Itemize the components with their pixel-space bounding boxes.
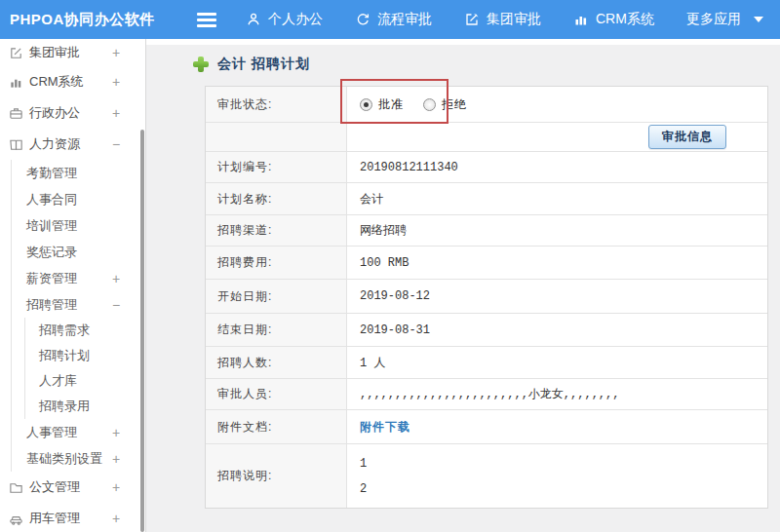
field-label: 计划编号: bbox=[206, 152, 347, 182]
sidebar-item-rewards-records[interactable]: 奖惩记录 bbox=[12, 239, 145, 265]
field-label: 附件文档: bbox=[206, 410, 347, 443]
sidebar-item-base-category[interactable]: 基础类别设置 + bbox=[12, 445, 145, 472]
description-line: 2 bbox=[360, 482, 367, 496]
field-value: 2019-08-12 bbox=[347, 280, 767, 313]
field-value: 20190812111340 bbox=[347, 152, 767, 182]
table-row-end-date: 结束日期: 2019-08-31 bbox=[206, 314, 767, 347]
car-icon bbox=[9, 512, 23, 526]
add-plus-icon[interactable] bbox=[193, 57, 209, 72]
sidebar-item-recruit-plan[interactable]: 招聘计划 bbox=[25, 343, 145, 368]
app-logo: PHPOA协同办公软件 bbox=[10, 11, 183, 29]
table-row-start-date: 开始日期: 2019-08-12 bbox=[206, 280, 767, 314]
sidebar-item-personnel-mgmt[interactable]: 人事管理 + bbox=[12, 419, 145, 445]
caret-down-icon bbox=[754, 17, 763, 22]
field-value: 网络招聘 bbox=[347, 215, 767, 246]
topbar: PHPOA协同办公软件 个人办公 流程审批 集团审批 CRM系统 更多应用 bbox=[0, 0, 780, 39]
sidebar-item-attendance[interactable]: 考勤管理 bbox=[12, 160, 145, 186]
table-row-recruit-channel: 招聘渠道: 网络招聘 bbox=[206, 215, 767, 247]
sidebar-item-recruit-hire[interactable]: 招聘录用 bbox=[25, 394, 145, 419]
field-value: 会计 bbox=[347, 183, 767, 214]
field-label: 招聘人数: bbox=[206, 347, 347, 378]
bar-chart-icon bbox=[573, 12, 589, 27]
recruitment-submenu: 招聘需求 招聘计划 人才库 招聘录用 bbox=[24, 318, 145, 419]
sidebar-item-group-approval[interactable]: 集团审批 + bbox=[0, 39, 145, 66]
field-value: 100 RMB bbox=[347, 247, 767, 279]
sidebar-item-talent-pool[interactable]: 人才库 bbox=[25, 368, 145, 394]
sidebar-item-admin-office[interactable]: 行政办公 + bbox=[0, 97, 145, 129]
field-label: 招聘费用: bbox=[206, 247, 347, 279]
table-row-approvers: 审批人员: ,,,,,,,,,,,,,,,,,,,,,,,,小龙女,,,,,,,… bbox=[206, 379, 767, 410]
sidebar: 集团审批 + CRM系统 + 行政办公 + 人力资源 − 考勤管理 人事合同 bbox=[0, 39, 146, 532]
field-label: 审批状态: bbox=[206, 87, 347, 122]
briefcase-icon bbox=[9, 106, 23, 121]
table-row-plan-name: 计划名称: 会计 bbox=[206, 183, 767, 215]
table-row-approve-action: 审批信息 bbox=[206, 123, 767, 152]
table-row-description: 招聘说明: 1 2 bbox=[206, 444, 767, 508]
book-icon bbox=[9, 137, 23, 152]
bar-chart-icon bbox=[9, 75, 23, 90]
folder-icon bbox=[9, 480, 23, 495]
field-label-empty bbox=[206, 123, 347, 151]
menu-toggle-icon[interactable] bbox=[197, 13, 216, 27]
field-value: ,,,,,,,,,,,,,,,,,,,,,,,,小龙女,,,,,,,, bbox=[347, 379, 767, 409]
nav-personal-office[interactable]: 个人办公 bbox=[246, 11, 323, 28]
edit-icon bbox=[9, 46, 23, 60]
field-label: 开始日期: bbox=[206, 280, 347, 313]
expand-toggle[interactable]: + bbox=[110, 271, 122, 286]
field-label: 审批人员: bbox=[206, 379, 347, 409]
sidebar-item-salary[interactable]: 薪资管理 + bbox=[12, 265, 145, 291]
top-navigation: 个人办公 流程审批 集团审批 CRM系统 更多应用 bbox=[246, 11, 763, 28]
edit-icon bbox=[464, 12, 480, 27]
field-label: 结束日期: bbox=[206, 314, 347, 346]
hr-submenu: 考勤管理 人事合同 培训管理 奖惩记录 薪资管理 + 招聘管理 − 招聘需求 bbox=[11, 160, 145, 472]
table-row-plan-number: 计划编号: 20190812111340 bbox=[206, 152, 767, 183]
page-title: 会计 招聘计划 bbox=[217, 56, 310, 73]
sidebar-item-document-mgmt[interactable]: 公文管理 + bbox=[0, 472, 145, 503]
approval-status-options: 批准 拒绝 bbox=[347, 87, 767, 122]
sidebar-item-recruit-demand[interactable]: 招聘需求 bbox=[25, 318, 145, 343]
nav-workflow-approval[interactable]: 流程审批 bbox=[355, 11, 432, 28]
expand-toggle[interactable]: + bbox=[110, 451, 122, 467]
sidebar-item-recruitment[interactable]: 招聘管理 − bbox=[12, 291, 145, 318]
main-content: 会计 招聘计划 审批状态: 批准 拒绝 审批信息 bbox=[146, 39, 780, 532]
expand-toggle[interactable]: + bbox=[110, 479, 122, 495]
radio-reject[interactable] bbox=[423, 98, 436, 111]
sidebar-item-training[interactable]: 培训管理 bbox=[12, 212, 145, 239]
sidebar-scrollbar[interactable] bbox=[140, 130, 144, 532]
description-line: 1 bbox=[360, 457, 367, 471]
expand-toggle[interactable]: + bbox=[110, 74, 122, 90]
expand-toggle[interactable]: + bbox=[110, 45, 122, 60]
sidebar-item-hr-contract[interactable]: 人事合同 bbox=[12, 186, 145, 212]
expand-toggle[interactable]: + bbox=[110, 425, 122, 440]
expand-toggle[interactable]: + bbox=[110, 105, 122, 121]
table-row-attachment: 附件文档: 附件下载 bbox=[206, 410, 767, 444]
table-row-approval-status: 审批状态: 批准 拒绝 bbox=[206, 87, 767, 123]
sidebar-item-crm-system[interactable]: CRM系统 + bbox=[0, 66, 145, 97]
field-label: 计划名称: bbox=[206, 183, 347, 214]
expand-toggle[interactable]: + bbox=[110, 511, 122, 526]
refresh-icon bbox=[355, 12, 370, 27]
nav-more-apps[interactable]: 更多应用 bbox=[686, 11, 763, 28]
nav-crm-system[interactable]: CRM系统 bbox=[573, 11, 654, 28]
table-row-recruit-cost: 招聘费用: 100 RMB bbox=[206, 247, 767, 280]
field-value: 1 人 bbox=[347, 347, 767, 378]
field-label: 招聘说明: bbox=[206, 444, 347, 508]
breadcrumb: 会计 招聘计划 bbox=[193, 56, 310, 73]
approve-info-button[interactable]: 审批信息 bbox=[648, 125, 726, 149]
radio-approve[interactable] bbox=[360, 98, 372, 111]
sidebar-item-human-resources[interactable]: 人力资源 − bbox=[0, 129, 145, 160]
nav-group-approval[interactable]: 集团审批 bbox=[464, 11, 541, 28]
sidebar-item-vehicle-mgmt[interactable]: 用车管理 + bbox=[0, 503, 145, 532]
field-value: 2019-08-31 bbox=[347, 314, 767, 346]
collapse-toggle[interactable]: − bbox=[110, 136, 122, 152]
field-label: 招聘渠道: bbox=[206, 215, 347, 246]
table-row-headcount: 招聘人数: 1 人 bbox=[206, 347, 767, 379]
recruit-plan-detail-table: 审批状态: 批准 拒绝 审批信息 计划编号: 20190812111340 bbox=[205, 86, 768, 509]
phpoa-app-window: PHPOA协同办公软件 个人办公 流程审批 集团审批 CRM系统 更多应用 bbox=[0, 0, 780, 532]
attachment-download-link[interactable]: 附件下载 bbox=[360, 419, 410, 436]
collapse-toggle[interactable]: − bbox=[110, 297, 122, 313]
user-icon bbox=[246, 12, 261, 27]
